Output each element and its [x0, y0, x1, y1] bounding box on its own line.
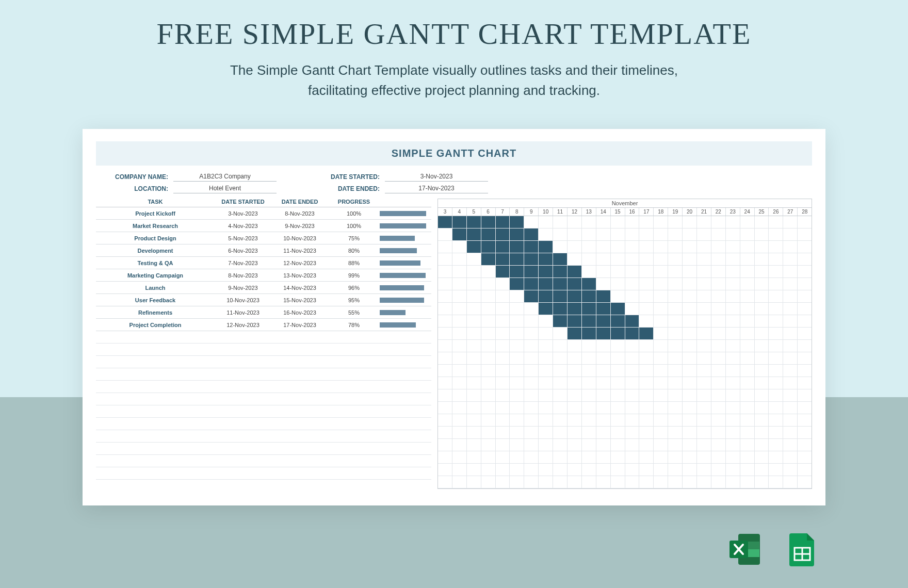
gantt-cell — [582, 451, 596, 464]
gantt-cell — [755, 427, 769, 439]
gantt-cell — [539, 476, 553, 488]
google-sheets-icon[interactable] — [784, 531, 820, 567]
gantt-cell — [438, 253, 452, 266]
gantt-cell — [553, 253, 568, 266]
gantt-cell — [639, 266, 654, 278]
gantt-cell — [755, 278, 769, 290]
gantt-cell — [683, 315, 697, 328]
gantt-cell — [783, 278, 798, 290]
gantt-cell — [510, 451, 524, 464]
gantt-cell — [568, 451, 582, 464]
gantt-cell — [798, 328, 812, 340]
meta-value: Hotel Event — [173, 184, 277, 193]
gantt-row — [438, 439, 812, 451]
gantt-cell — [683, 476, 697, 488]
gantt-cell — [438, 315, 452, 328]
gantt-cell — [755, 328, 769, 340]
gantt-cell — [769, 216, 783, 228]
gantt-cell — [755, 439, 769, 451]
gantt-cell — [553, 303, 568, 315]
gantt-cell — [783, 402, 798, 414]
gantt-cell — [726, 340, 740, 352]
gantt-cell — [596, 266, 611, 278]
gantt-cell — [769, 476, 783, 488]
gantt-cell — [467, 414, 481, 427]
gantt-cell — [711, 241, 726, 253]
gantt-cell — [553, 464, 568, 476]
gantt-cell — [683, 365, 697, 377]
gantt-cell — [467, 352, 481, 365]
task-progress: 99% — [328, 272, 380, 279]
gantt-cell — [568, 278, 582, 290]
meta-value: 17-Nov-2023 — [385, 184, 488, 193]
gantt-cell — [539, 451, 553, 464]
gantt-cell — [683, 278, 697, 290]
gantt-cell — [668, 427, 683, 439]
gantt-cell — [755, 414, 769, 427]
gantt-cell — [611, 352, 625, 365]
task-progress: 80% — [328, 248, 380, 254]
gantt-cell — [539, 352, 553, 365]
gantt-cell — [711, 266, 726, 278]
day-cell: 24 — [740, 208, 755, 216]
gantt-cell — [467, 451, 481, 464]
gantt-cell — [553, 328, 568, 340]
gantt-cell — [798, 340, 812, 352]
gantt-cell — [496, 439, 510, 451]
gantt-cell — [568, 476, 582, 488]
gantt-cell — [524, 253, 539, 266]
gantt-cell — [539, 328, 553, 340]
gantt-cell — [481, 328, 496, 340]
gantt-cell — [510, 427, 524, 439]
progress-bar — [380, 309, 426, 316]
gantt-cell — [697, 451, 711, 464]
gantt-cell — [539, 414, 553, 427]
gantt-cell — [568, 402, 582, 414]
gantt-cell — [438, 352, 452, 365]
gantt-cell — [553, 278, 568, 290]
gantt-cell — [611, 266, 625, 278]
gantt-cell — [481, 439, 496, 451]
gantt-cell — [582, 377, 596, 389]
gantt-cell — [625, 352, 640, 365]
gantt-cell — [611, 439, 625, 451]
gantt-cell — [783, 377, 798, 389]
gantt-cell — [798, 278, 812, 290]
gantt-cell — [755, 352, 769, 365]
gantt-cell — [726, 315, 740, 328]
gantt-cell — [711, 427, 726, 439]
gantt-cell — [639, 402, 654, 414]
gantt-cell — [711, 328, 726, 340]
gantt-cell — [582, 352, 596, 365]
gantt-cell — [755, 241, 769, 253]
gantt-cell — [783, 340, 798, 352]
gantt-cell — [496, 228, 510, 241]
empty-row — [96, 455, 431, 467]
gantt-cell — [625, 328, 640, 340]
gantt-cell — [524, 216, 539, 228]
excel-icon[interactable] — [727, 531, 764, 567]
gantt-cell — [783, 266, 798, 278]
gantt-cell — [582, 476, 596, 488]
gantt-cell — [740, 253, 755, 266]
gantt-cell — [798, 315, 812, 328]
gantt-cell — [654, 303, 668, 315]
gantt-cell — [639, 476, 654, 488]
day-header: 3456789101112131415161718192021222324252… — [437, 207, 812, 216]
gantt-cell — [783, 389, 798, 402]
day-cell: 10 — [539, 208, 553, 216]
gantt-cell — [596, 427, 611, 439]
gantt-cell — [467, 266, 481, 278]
gantt-cell — [740, 476, 755, 488]
gantt-cell — [769, 340, 783, 352]
gantt-cell — [711, 340, 726, 352]
gantt-cell — [697, 352, 711, 365]
task-start: 8-Nov-2023 — [215, 272, 271, 279]
task-row: Product Design5-Nov-202310-Nov-202375% — [96, 232, 431, 244]
gantt-cell — [496, 365, 510, 377]
gantt-cell — [481, 476, 496, 488]
gantt-cell — [438, 328, 452, 340]
gantt-cell — [524, 278, 539, 290]
gantt-cell — [510, 303, 524, 315]
gantt-cell — [783, 439, 798, 451]
